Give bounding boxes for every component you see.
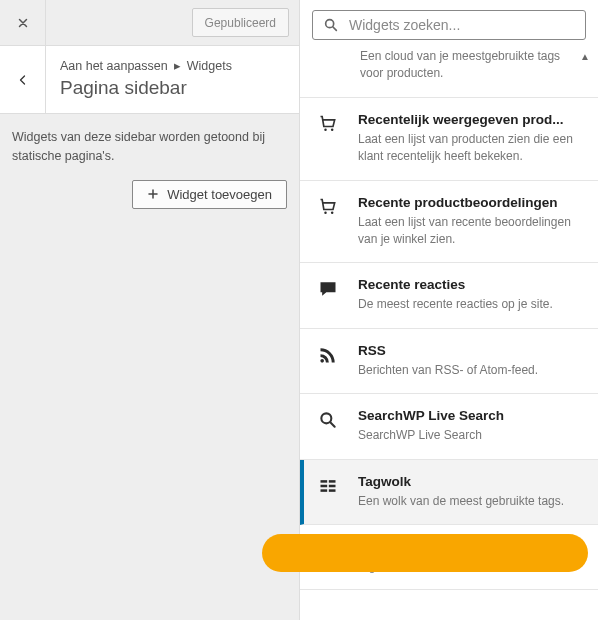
breadcrumb-arrow: ▸ — [174, 58, 181, 73]
close-button[interactable] — [0, 0, 46, 45]
widget-title: SearchWP Live Search — [358, 408, 582, 423]
widget-item[interactable]: Recentelijk weergegeven prod...Laat een … — [300, 98, 598, 181]
widget-picker-panel: Een cloud van je meestgebruikte tags voo… — [300, 0, 598, 620]
widget-title: Tagwolk — [358, 474, 582, 489]
search-icon — [316, 408, 340, 444]
publish-status-button[interactable]: Gepubliceerd — [192, 8, 289, 37]
top-bar: Gepubliceerd — [0, 0, 299, 46]
widget-item-partial[interactable]: Een cloud van je meestgebruikte tags voo… — [300, 48, 598, 98]
widget-title: RSS — [358, 343, 582, 358]
page-title: Pagina sidebar — [60, 77, 285, 99]
widget-item[interactable]: Recente productbeoordelingenLaat een lij… — [300, 181, 598, 264]
cart-icon — [316, 112, 340, 166]
widget-desc: Berichten van RSS- of Atom-feed. — [358, 362, 582, 379]
search-input[interactable] — [349, 17, 575, 33]
cart-icon — [316, 195, 340, 249]
widget-item[interactable]: Recente reactiesDe meest recente reactie… — [300, 263, 598, 328]
breadcrumb-root: Aan het aanpassen — [60, 59, 168, 73]
search-icon — [323, 17, 339, 33]
plus-icon — [147, 188, 159, 200]
widget-desc: Laat een lijst van producten zien die ee… — [358, 131, 582, 166]
scroll-up-icon[interactable]: ▲ — [580, 50, 590, 65]
widget-item[interactable]: TagwolkEen wolk van de meest gebruikte t… — [300, 460, 598, 525]
breadcrumb-current: Widgets — [187, 59, 232, 73]
customizer-sidebar: Gepubliceerd Aan het aanpassen ▸ Widgets… — [0, 0, 300, 620]
widget-desc: SearchWP Live Search — [358, 427, 582, 444]
sidebar-description: Widgets van deze sidebar worden getoond … — [0, 114, 299, 180]
widget-desc: Laat een lijst van recente beoordelingen… — [358, 214, 582, 249]
widget-desc: Een wolk van de meest gebruikte tags. — [358, 493, 582, 510]
publish-label: Gepubliceerd — [205, 16, 276, 30]
widget-desc: Een cloud van je meestgebruikte tags voo… — [360, 49, 560, 80]
tagcloud-icon — [316, 474, 340, 510]
widget-title: Recente reacties — [358, 277, 582, 292]
chevron-left-icon — [17, 74, 29, 86]
back-button[interactable] — [0, 46, 46, 113]
breadcrumb: Aan het aanpassen ▸ Widgets — [60, 58, 285, 73]
breadcrumb-row: Aan het aanpassen ▸ Widgets Pagina sideb… — [0, 46, 299, 114]
widget-item[interactable]: SearchWP Live SearchSearchWP Live Search — [300, 394, 598, 459]
rss-icon — [316, 343, 340, 379]
add-widget-button[interactable]: Widget toevoegen — [132, 180, 287, 209]
close-icon — [16, 16, 30, 30]
comment-icon — [316, 277, 340, 313]
highlight-overlay — [262, 534, 588, 572]
widget-desc: De meest recente reacties op je site. — [358, 296, 582, 313]
widget-title: Recente productbeoordelingen — [358, 195, 582, 210]
widget-item[interactable]: RSSBerichten van RSS- of Atom-feed. — [300, 329, 598, 394]
search-wrapper[interactable] — [312, 10, 586, 40]
add-widget-label: Widget toevoegen — [167, 187, 272, 202]
widget-title: Recentelijk weergegeven prod... — [358, 112, 582, 127]
